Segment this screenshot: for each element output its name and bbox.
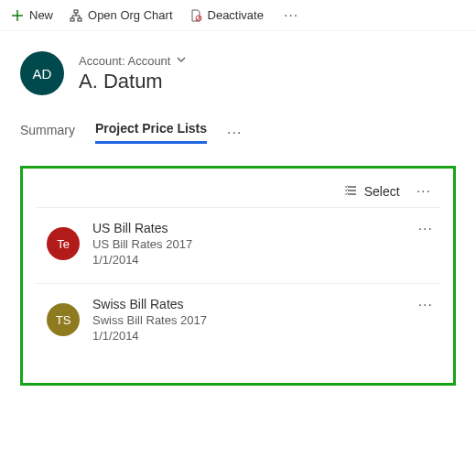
command-bar: New Open Org Chart Deactivate ··· xyxy=(0,0,476,31)
list-item-more[interactable]: ··· xyxy=(418,221,433,237)
svg-rect-1 xyxy=(70,18,74,21)
avatar-initials: TS xyxy=(56,313,71,327)
tab-strip: Summary Project Price Lists ··· xyxy=(20,121,456,144)
tab-summary[interactable]: Summary xyxy=(20,123,75,143)
record-header: AD Account: Account A. Datum xyxy=(20,51,456,95)
list-item-title: US Bill Rates xyxy=(92,221,192,235)
list-item[interactable]: TS Swiss Bill Rates Swiss Bill Rates 201… xyxy=(32,284,444,359)
list-item-date: 1/1/2014 xyxy=(92,329,207,343)
page-body: AD Account: Account A. Datum Summary Pro… xyxy=(0,31,476,386)
svg-rect-2 xyxy=(78,18,81,21)
list-item-title: Swiss Bill Rates xyxy=(92,297,207,311)
record-title: A. Datum xyxy=(79,70,187,93)
list-item-subtitle: US Bill Rates 2017 xyxy=(92,237,192,251)
deactivate-icon xyxy=(189,9,202,22)
list-item[interactable]: Te US Bill Rates US Bill Rates 2017 1/1/… xyxy=(32,208,444,283)
avatar-initials: Te xyxy=(57,237,70,251)
subgrid-overflow[interactable]: ··· xyxy=(413,183,435,200)
price-list-avatar: Te xyxy=(47,227,80,260)
list-item-body: Swiss Bill Rates Swiss Bill Rates 2017 1… xyxy=(92,297,207,343)
chevron-down-icon xyxy=(176,53,187,68)
list-item-body: US Bill Rates US Bill Rates 2017 1/1/201… xyxy=(92,221,192,267)
plus-icon xyxy=(11,9,24,22)
new-button[interactable]: New xyxy=(11,8,53,22)
select-button-label: Select xyxy=(364,184,400,199)
entity-row[interactable]: Account: Account xyxy=(79,53,187,68)
record-meta: Account: Account A. Datum xyxy=(79,53,187,93)
select-button[interactable]: Select xyxy=(344,184,400,200)
new-button-label: New xyxy=(29,8,53,22)
select-list-icon xyxy=(344,184,357,200)
list-item-subtitle: Swiss Bill Rates 2017 xyxy=(92,313,207,327)
deactivate-button[interactable]: Deactivate xyxy=(189,8,264,22)
open-org-chart-button[interactable]: Open Org Chart xyxy=(70,8,173,22)
command-bar-overflow[interactable]: ··· xyxy=(280,7,302,24)
subgrid-toolbar: Select ··· xyxy=(32,174,444,207)
svg-rect-0 xyxy=(74,10,78,13)
tab-project-price-lists[interactable]: Project Price Lists xyxy=(95,121,207,144)
account-avatar: AD xyxy=(20,51,64,95)
org-chart-icon xyxy=(70,9,82,22)
project-price-lists-subgrid: Select ··· Te US Bill Rates US Bill Rate… xyxy=(20,166,456,386)
list-item-more[interactable]: ··· xyxy=(418,297,433,313)
open-org-chart-label: Open Org Chart xyxy=(88,8,173,22)
tabs-overflow[interactable]: ··· xyxy=(227,125,242,141)
avatar-initials: AD xyxy=(33,66,52,82)
list-item-date: 1/1/2014 xyxy=(92,253,192,267)
entity-label: Account: Account xyxy=(79,54,170,68)
price-list-avatar: TS xyxy=(47,303,80,336)
deactivate-label: Deactivate xyxy=(208,8,264,22)
